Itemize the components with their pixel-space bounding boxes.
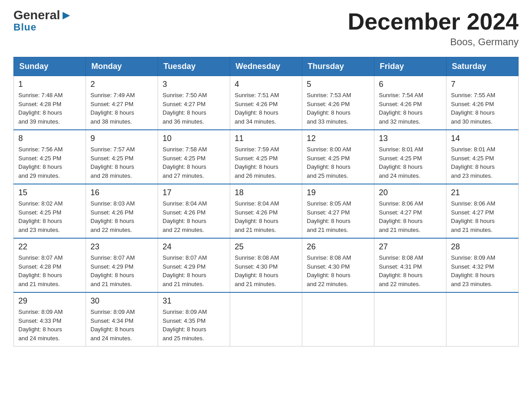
calendar-cell: [374, 292, 446, 347]
calendar-header-wednesday: Wednesday: [230, 57, 302, 76]
day-info: Sunrise: 8:07 AMSunset: 4:29 PMDaylight:…: [163, 253, 225, 288]
day-info: Sunrise: 8:02 AMSunset: 4:25 PMDaylight:…: [18, 199, 81, 234]
calendar-cell: 23Sunrise: 8:07 AMSunset: 4:29 PMDayligh…: [86, 238, 158, 292]
logo-blue: Blue: [13, 22, 37, 32]
day-info: Sunrise: 7:56 AMSunset: 4:25 PMDaylight:…: [18, 145, 81, 180]
day-number: 3: [163, 80, 225, 89]
day-number: 29: [18, 296, 81, 306]
day-info: Sunrise: 7:50 AMSunset: 4:27 PMDaylight:…: [163, 91, 225, 126]
calendar-week-1: 1Sunrise: 7:48 AMSunset: 4:28 PMDaylight…: [14, 76, 519, 130]
day-info: Sunrise: 7:57 AMSunset: 4:25 PMDaylight:…: [90, 145, 153, 180]
title-area: December 2024 Boos, Germany: [348, 9, 519, 48]
day-number: 7: [451, 80, 514, 89]
day-number: 2: [90, 80, 153, 89]
day-number: 16: [90, 188, 153, 197]
calendar-cell: 27Sunrise: 8:08 AMSunset: 4:31 PMDayligh…: [374, 238, 446, 292]
day-info: Sunrise: 8:08 AMSunset: 4:30 PMDaylight:…: [307, 253, 369, 288]
calendar-cell: 19Sunrise: 8:05 AMSunset: 4:27 PMDayligh…: [302, 184, 374, 238]
calendar-cell: 3Sunrise: 7:50 AMSunset: 4:27 PMDaylight…: [158, 76, 230, 130]
day-number: 27: [379, 242, 442, 252]
calendar-cell: 1Sunrise: 7:48 AMSunset: 4:28 PMDaylight…: [14, 76, 86, 130]
day-info: Sunrise: 7:55 AMSunset: 4:26 PMDaylight:…: [451, 91, 514, 126]
calendar-cell: [230, 292, 302, 347]
calendar-cell: 14Sunrise: 8:01 AMSunset: 4:25 PMDayligh…: [446, 130, 519, 184]
calendar-cell: 28Sunrise: 8:09 AMSunset: 4:32 PMDayligh…: [446, 238, 519, 292]
calendar-header-row: SundayMondayTuesdayWednesdayThursdayFrid…: [14, 57, 519, 76]
day-info: Sunrise: 7:58 AMSunset: 4:25 PMDaylight:…: [163, 145, 225, 180]
day-number: 19: [307, 188, 369, 197]
logo: General► Blue: [13, 9, 73, 32]
calendar-header-sunday: Sunday: [14, 57, 86, 76]
day-number: 26: [307, 242, 369, 252]
calendar-cell: 17Sunrise: 8:04 AMSunset: 4:26 PMDayligh…: [158, 184, 230, 238]
calendar-cell: 6Sunrise: 7:54 AMSunset: 4:26 PMDaylight…: [374, 76, 446, 130]
day-number: 20: [379, 188, 442, 197]
day-number: 17: [163, 188, 225, 197]
day-number: 11: [235, 134, 297, 143]
calendar-header-friday: Friday: [374, 57, 446, 76]
day-info: Sunrise: 7:51 AMSunset: 4:26 PMDaylight:…: [235, 91, 297, 126]
calendar-header-monday: Monday: [86, 57, 158, 76]
day-number: 1: [18, 80, 81, 89]
day-number: 6: [379, 80, 442, 89]
page-title: December 2024: [348, 9, 519, 34]
page-header: General► Blue December 2024 Boos, German…: [13, 9, 519, 48]
day-number: 9: [90, 134, 153, 143]
logo-arrow-icon: ►: [60, 9, 73, 21]
calendar-cell: 31Sunrise: 8:09 AMSunset: 4:35 PMDayligh…: [158, 292, 230, 347]
day-info: Sunrise: 8:04 AMSunset: 4:26 PMDaylight:…: [163, 199, 225, 234]
day-number: 18: [235, 188, 297, 197]
calendar-cell: 16Sunrise: 8:03 AMSunset: 4:26 PMDayligh…: [86, 184, 158, 238]
day-info: Sunrise: 7:49 AMSunset: 4:27 PMDaylight:…: [90, 91, 153, 126]
day-info: Sunrise: 8:06 AMSunset: 4:27 PMDaylight:…: [379, 199, 442, 234]
calendar-header-saturday: Saturday: [446, 57, 519, 76]
day-number: 15: [18, 188, 81, 197]
day-info: Sunrise: 8:06 AMSunset: 4:27 PMDaylight:…: [451, 199, 514, 234]
calendar-cell: 18Sunrise: 8:04 AMSunset: 4:26 PMDayligh…: [230, 184, 302, 238]
day-info: Sunrise: 8:00 AMSunset: 4:25 PMDaylight:…: [307, 145, 369, 180]
calendar-cell: 30Sunrise: 8:09 AMSunset: 4:34 PMDayligh…: [86, 292, 158, 347]
day-number: 12: [307, 134, 369, 143]
day-number: 5: [307, 80, 369, 89]
day-info: Sunrise: 8:04 AMSunset: 4:26 PMDaylight:…: [235, 199, 297, 234]
day-info: Sunrise: 8:01 AMSunset: 4:25 PMDaylight:…: [379, 145, 442, 180]
calendar-cell: 26Sunrise: 8:08 AMSunset: 4:30 PMDayligh…: [302, 238, 374, 292]
calendar-header-thursday: Thursday: [302, 57, 374, 76]
day-number: 10: [163, 134, 225, 143]
calendar-cell: [446, 292, 519, 347]
day-info: Sunrise: 8:07 AMSunset: 4:29 PMDaylight:…: [90, 253, 153, 288]
calendar-table: SundayMondayTuesdayWednesdayThursdayFrid…: [13, 57, 519, 347]
day-info: Sunrise: 8:08 AMSunset: 4:30 PMDaylight:…: [235, 253, 297, 288]
day-info: Sunrise: 8:09 AMSunset: 4:32 PMDaylight:…: [451, 253, 514, 288]
day-info: Sunrise: 8:08 AMSunset: 4:31 PMDaylight:…: [379, 253, 442, 288]
day-number: 4: [235, 80, 297, 89]
calendar-week-2: 8Sunrise: 7:56 AMSunset: 4:25 PMDaylight…: [14, 130, 519, 184]
day-number: 31: [163, 296, 225, 306]
page-subtitle: Boos, Germany: [348, 36, 519, 48]
day-number: 24: [163, 242, 225, 252]
calendar-week-5: 29Sunrise: 8:09 AMSunset: 4:33 PMDayligh…: [14, 292, 519, 347]
day-info: Sunrise: 8:03 AMSunset: 4:26 PMDaylight:…: [90, 199, 153, 234]
calendar-cell: 13Sunrise: 8:01 AMSunset: 4:25 PMDayligh…: [374, 130, 446, 184]
calendar-cell: 20Sunrise: 8:06 AMSunset: 4:27 PMDayligh…: [374, 184, 446, 238]
day-info: Sunrise: 8:09 AMSunset: 4:35 PMDaylight:…: [163, 308, 225, 342]
calendar-cell: 10Sunrise: 7:58 AMSunset: 4:25 PMDayligh…: [158, 130, 230, 184]
calendar-header-tuesday: Tuesday: [158, 57, 230, 76]
calendar-cell: 8Sunrise: 7:56 AMSunset: 4:25 PMDaylight…: [14, 130, 86, 184]
day-info: Sunrise: 7:59 AMSunset: 4:25 PMDaylight:…: [235, 145, 297, 180]
day-info: Sunrise: 8:09 AMSunset: 4:34 PMDaylight:…: [90, 308, 153, 342]
day-info: Sunrise: 8:05 AMSunset: 4:27 PMDaylight:…: [307, 199, 369, 234]
day-number: 23: [90, 242, 153, 252]
day-number: 14: [451, 134, 514, 143]
day-info: Sunrise: 7:48 AMSunset: 4:28 PMDaylight:…: [18, 91, 81, 126]
calendar-cell: 25Sunrise: 8:08 AMSunset: 4:30 PMDayligh…: [230, 238, 302, 292]
calendar-cell: 22Sunrise: 8:07 AMSunset: 4:28 PMDayligh…: [14, 238, 86, 292]
calendar-cell: 5Sunrise: 7:53 AMSunset: 4:26 PMDaylight…: [302, 76, 374, 130]
calendar-cell: [302, 292, 374, 347]
day-info: Sunrise: 7:54 AMSunset: 4:26 PMDaylight:…: [379, 91, 442, 126]
day-number: 25: [235, 242, 297, 252]
day-info: Sunrise: 7:53 AMSunset: 4:26 PMDaylight:…: [307, 91, 369, 126]
calendar-cell: 12Sunrise: 8:00 AMSunset: 4:25 PMDayligh…: [302, 130, 374, 184]
calendar-cell: 9Sunrise: 7:57 AMSunset: 4:25 PMDaylight…: [86, 130, 158, 184]
day-info: Sunrise: 8:01 AMSunset: 4:25 PMDaylight:…: [451, 145, 514, 180]
